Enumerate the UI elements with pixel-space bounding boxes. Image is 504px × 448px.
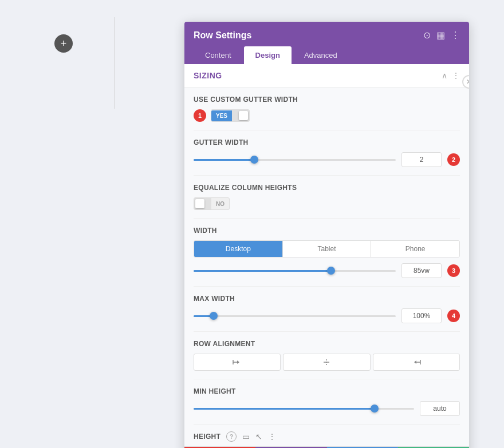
panel-title: Row Settings xyxy=(194,30,251,41)
max-width-track xyxy=(194,315,396,317)
align-left-button[interactable] xyxy=(194,354,281,371)
min-height-thumb[interactable] xyxy=(371,405,379,413)
badge-1: 1 xyxy=(194,109,206,122)
equalize-label: Equalize Column Heights xyxy=(194,184,460,192)
max-width-thumb[interactable] xyxy=(210,312,218,320)
max-width-input[interactable] xyxy=(401,308,442,323)
width-fill xyxy=(194,270,331,272)
more-dots-icon[interactable]: ⋮ xyxy=(268,432,276,441)
row-alignment-row: Row Alignment xyxy=(194,332,460,379)
min-height-track xyxy=(194,408,414,410)
width-slider-container xyxy=(194,265,396,276)
min-height-label: Min Height xyxy=(194,387,460,395)
height-row: Height ? ▭ ↖ ⋮ xyxy=(194,425,460,446)
panel-body: Sizing ∧ ⋮ Use Custom Gutter Width 1 YES xyxy=(184,64,469,446)
badge-3: 3 xyxy=(447,264,460,277)
min-height-slider-container xyxy=(194,403,414,414)
mobile-icon[interactable]: ▭ xyxy=(242,432,250,441)
tab-advanced[interactable]: Advanced xyxy=(293,46,349,64)
canvas-divider xyxy=(115,17,115,109)
tab-phone[interactable]: Phone xyxy=(371,241,459,257)
toggle-thumb-yes xyxy=(239,111,248,120)
panel-header: Row Settings ⊙ ▦ ⋮ Content Design Advanc… xyxy=(184,22,469,64)
max-width-label: Max Width xyxy=(194,295,460,303)
align-center-button[interactable] xyxy=(283,354,370,371)
row-settings-panel: Row Settings ⊙ ▦ ⋮ Content Design Advanc… xyxy=(184,22,469,448)
tab-design[interactable]: Design xyxy=(244,46,292,64)
toggle-track-no[interactable] xyxy=(194,198,211,209)
width-thumb[interactable] xyxy=(327,267,335,275)
toggle-no-label: NO xyxy=(211,199,229,209)
sizing-section-header: Sizing ∧ ⋮ xyxy=(184,64,469,88)
panel-tabs: Content Design Advanced xyxy=(194,46,460,64)
max-width-row: Max Width 4 xyxy=(194,287,460,332)
badge-4: 4 xyxy=(447,310,460,322)
gutter-width-slider-container xyxy=(194,154,396,165)
min-height-row: Min Height xyxy=(194,379,460,425)
more-icon[interactable]: ⋮ xyxy=(451,30,460,41)
max-width-slider-container xyxy=(194,310,396,322)
cursor-icon[interactable]: ↖ xyxy=(255,432,262,441)
width-label: Width xyxy=(194,227,460,235)
toggle-no-switch[interactable]: NO xyxy=(194,197,230,210)
tab-tablet[interactable]: Tablet xyxy=(283,241,372,257)
use-custom-gutter-label: Use Custom Gutter Width xyxy=(194,96,460,104)
gutter-width-slider-row: 2 xyxy=(194,152,460,167)
tab-desktop[interactable]: Desktop xyxy=(194,241,283,257)
max-width-slider-row: 4 xyxy=(194,308,460,323)
collapse-icon[interactable]: ∧ xyxy=(442,71,447,80)
row-alignment-label: Row Alignment xyxy=(194,340,460,348)
toggle-yes-switch[interactable]: YES xyxy=(211,109,250,122)
svg-marker-1 xyxy=(237,360,239,364)
gutter-width-thumb[interactable] xyxy=(250,156,258,164)
alignment-buttons xyxy=(194,354,460,371)
help-icon[interactable]: ? xyxy=(226,431,237,442)
use-custom-gutter-toggle: 1 YES xyxy=(194,109,460,122)
height-label: Height xyxy=(194,433,220,441)
responsive-tabs: Desktop Tablet Phone xyxy=(194,240,460,257)
sizing-section-title: Sizing xyxy=(194,71,222,80)
align-right-button[interactable] xyxy=(373,354,460,371)
equalize-column-heights-row: Equalize Column Heights NO xyxy=(194,176,460,219)
panel-header-icons: ⊙ ▦ ⋮ xyxy=(423,30,460,41)
gutter-width-label: Gutter Width xyxy=(194,138,460,146)
settings-content: Use Custom Gutter Width 1 YES Gutter Wid… xyxy=(184,88,469,446)
section-more-icon[interactable]: ⋮ xyxy=(452,71,460,80)
gutter-width-row: Gutter Width 2 xyxy=(194,130,460,176)
add-element-button[interactable]: + xyxy=(54,34,73,53)
section-header-icons: ∧ ⋮ xyxy=(442,71,460,80)
use-custom-gutter-row: Use Custom Gutter Width 1 YES xyxy=(194,88,460,130)
width-input[interactable] xyxy=(401,263,442,278)
toggle-thumb-no xyxy=(195,199,204,208)
min-height-fill xyxy=(194,408,375,410)
badge-2: 2 xyxy=(447,153,460,166)
width-slider-row: 3 xyxy=(194,263,460,278)
toggle-yes-label: YES xyxy=(211,110,232,121)
min-height-input[interactable] xyxy=(420,401,460,416)
min-height-slider-row xyxy=(194,401,460,416)
focus-icon[interactable]: ⊙ xyxy=(423,30,431,41)
gutter-width-track xyxy=(194,159,396,161)
gutter-width-input[interactable] xyxy=(401,152,442,167)
width-row: Width Desktop Tablet Phone 3 xyxy=(194,219,460,287)
width-track xyxy=(194,270,396,272)
columns-icon[interactable]: ▦ xyxy=(436,30,445,41)
toggle-track-yes[interactable] xyxy=(232,110,249,121)
svg-marker-6 xyxy=(414,360,416,364)
tab-content[interactable]: Content xyxy=(194,46,243,64)
gutter-width-fill xyxy=(194,159,254,161)
